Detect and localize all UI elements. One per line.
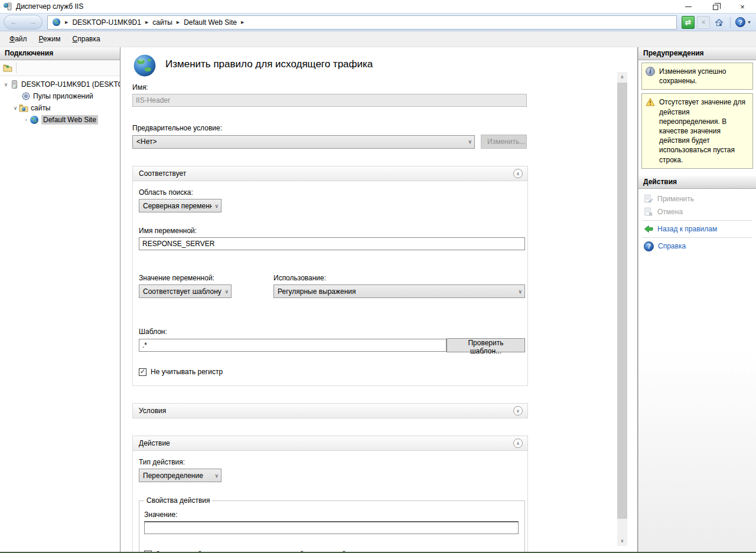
tree-item-default-web-site[interactable]: › Default Web Site	[0, 114, 120, 126]
usage-field: Использование: Регулярные выражения ∨	[273, 274, 525, 298]
tree-item-sites[interactable]: ∨ сайты	[0, 102, 120, 114]
close-button[interactable]: ×	[729, 0, 756, 13]
warning-icon	[646, 97, 655, 107]
apply-icon	[644, 194, 653, 204]
match-section-title: Соответствует	[139, 169, 513, 178]
chevron-down-icon: ∨	[214, 473, 219, 479]
variable-name-label: Имя переменной:	[139, 227, 522, 235]
scrollbar-thumb[interactable]	[617, 83, 627, 519]
home-icon[interactable]	[712, 16, 725, 29]
warning-alert: Отсутствует значение для действия переоп…	[641, 93, 753, 168]
test-pattern-button[interactable]: Проверить шаблон...	[447, 338, 525, 352]
chevron-down-icon: ∨	[518, 289, 522, 295]
forward-icon[interactable]: →	[29, 18, 37, 27]
help-label: Справка	[658, 242, 686, 250]
page-globe-icon	[132, 53, 157, 80]
replace-value-checkbox[interactable]: ✓ Заменить действующее значение серверно…	[144, 550, 520, 552]
tree-label-default-web-site: Default Web Site	[41, 115, 98, 125]
usage-select[interactable]: Регулярные выражения ∨	[273, 284, 525, 298]
scope-select[interactable]: Серверная переменн ∨	[139, 199, 221, 212]
menu-help[interactable]: Справка	[67, 32, 106, 45]
apply-button[interactable]: Применить	[638, 192, 756, 205]
collapse-section-icon[interactable]: ∧	[513, 169, 523, 178]
conditions-section: Условия ∨	[132, 403, 528, 418]
connections-tree: ∨ DESKTOP-U1MK9D1 (DESKTOP Пулы приложен…	[0, 76, 120, 552]
change-precondition-button[interactable]: Изменить...	[481, 135, 527, 149]
minimize-button[interactable]	[674, 0, 702, 13]
action-type-select[interactable]: Переопределение ∨	[139, 469, 221, 482]
help-menu-button[interactable]: ? ▼	[735, 17, 751, 27]
save-connection-icon[interactable]	[3, 63, 12, 73]
info-icon: i	[646, 67, 655, 76]
expand-section-icon[interactable]: ∨	[513, 406, 523, 415]
back-icon[interactable]: ←	[10, 18, 18, 27]
cancel-button[interactable]: Отмена	[638, 205, 756, 218]
tree-expanded-icon[interactable]: ∨	[12, 105, 19, 111]
variable-value-field: Значение переменной: Соответствует шабло…	[139, 274, 273, 298]
iis-manager-window: Диспетчер служб IIS × ← → ▶ DESKTOP-U1MK…	[0, 0, 756, 553]
breadcrumb[interactable]: ▶ DESKTOP-U1MK9D1 ▶ сайты ▶ Default Web …	[47, 15, 677, 30]
page-title: Изменить правило для исходящего трафика	[165, 58, 373, 70]
vertical-scrollbar[interactable]: ∧ ∨	[617, 72, 627, 546]
scroll-up-icon[interactable]: ∧	[617, 72, 627, 82]
conditions-section-header[interactable]: Условия ∨	[132, 403, 528, 418]
toolbar-divider	[730, 17, 731, 28]
breadcrumb-separator-icon: ▶	[177, 20, 180, 25]
site-globe-icon	[30, 115, 39, 125]
connections-header: Подключения	[0, 47, 120, 60]
pattern-input[interactable]	[139, 339, 447, 352]
info-alert-text: Изменения успешно сохранены.	[659, 67, 749, 86]
variable-name-input[interactable]	[139, 237, 525, 250]
variable-value-select[interactable]: Соответствует шаблону ∨	[139, 284, 232, 298]
precondition-select[interactable]: <Нет> ∨	[132, 135, 475, 149]
tree-collapsed-icon[interactable]: ›	[22, 117, 30, 123]
workspace: Подключения ∨ DESKTOP-U1MK9D1 (DESKTOP	[0, 47, 756, 552]
help-link[interactable]: ? Справка	[638, 240, 756, 253]
action-section-body: Тип действия: Переопределение ∨ Свойства…	[132, 451, 528, 552]
actions-divider	[642, 237, 752, 238]
restart-icon[interactable]: ⇄	[682, 16, 695, 29]
breadcrumb-site[interactable]: Default Web Site	[184, 18, 237, 27]
chevron-down-icon: ∨	[214, 203, 219, 209]
back-to-rules-link[interactable]: Назад к правилам	[638, 222, 756, 235]
match-section: Соответствует ∧ Область поиска: Серверна…	[132, 166, 528, 386]
breadcrumb-server[interactable]: DESKTOP-U1MK9D1	[72, 18, 141, 27]
scroll-down-icon[interactable]: ∨	[617, 536, 627, 546]
scope-label: Область поиска:	[139, 188, 522, 197]
name-label: Имя:	[132, 83, 528, 91]
sites-folder-icon	[19, 103, 28, 113]
rule-editor-content: Изменить правило для исходящего трафика …	[120, 47, 528, 552]
warning-alert-text: Отсутствует значение для действия переоп…	[659, 97, 749, 164]
pattern-label: Шаблон:	[139, 328, 522, 336]
chevron-down-icon: ∨	[224, 289, 229, 295]
checkbox-checked-icon[interactable]: ✓	[139, 368, 146, 376]
name-input[interactable]	[132, 94, 527, 107]
minimize-icon	[685, 6, 692, 7]
ignore-case-checkbox[interactable]: ✓ Не учитывать регистр	[139, 368, 522, 376]
help-icon: ?	[735, 17, 745, 27]
match-section-header[interactable]: Соответствует ∧	[132, 166, 528, 181]
tree-item-app-pools[interactable]: Пулы приложений	[0, 90, 120, 102]
menu-mode[interactable]: Режим	[33, 32, 67, 45]
back-arrow-icon	[644, 224, 653, 234]
value-input[interactable]	[144, 521, 519, 534]
tree-expanded-icon[interactable]: ∨	[2, 81, 9, 87]
match-section-body: Область поиска: Серверная переменн ∨ Имя…	[132, 181, 528, 386]
restore-button[interactable]	[702, 0, 729, 13]
collapse-section-icon[interactable]: ∧	[513, 439, 523, 448]
checkbox-checked-icon[interactable]: ✓	[144, 551, 152, 552]
actions-divider	[642, 220, 752, 221]
apply-label: Применить	[657, 195, 694, 203]
stop-icon[interactable]: ×	[697, 16, 710, 29]
action-section-header[interactable]: Действие ∧	[132, 436, 528, 451]
value-label: Значение:	[144, 511, 520, 519]
actions-header: Действия	[638, 176, 756, 189]
chevron-down-icon: ∨	[468, 139, 472, 145]
menu-file[interactable]: Файл	[4, 32, 33, 45]
tree-item-server[interactable]: ∨ DESKTOP-U1MK9D1 (DESKTOP	[0, 78, 120, 90]
tree-label-server: DESKTOP-U1MK9D1 (DESKTOP	[21, 80, 120, 89]
ignore-case-label: Не учитывать регистр	[151, 368, 223, 376]
breadcrumb-sites[interactable]: сайты	[152, 18, 172, 27]
variable-value-label: Значение переменной:	[139, 274, 273, 282]
window-controls: ×	[674, 0, 756, 13]
